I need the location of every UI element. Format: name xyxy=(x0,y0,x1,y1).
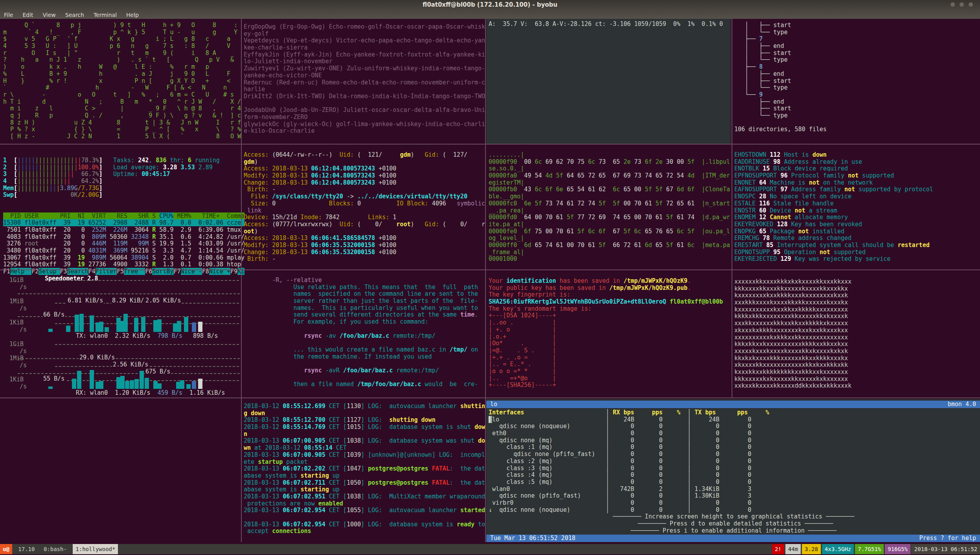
menu-terminal[interactable]: Terminal xyxy=(94,12,117,18)
pane-divider xyxy=(0,144,980,145)
desktop: fl0at0xff@bl00b (172.16.20.100) - byobu … xyxy=(0,0,980,555)
status-badge-ubuntu[interactable]: u@ xyxy=(0,544,12,554)
bmon-selected-interface: lo xyxy=(490,401,497,408)
speedometer-axis-label: 1GiB xyxy=(9,277,24,284)
pane-stat[interactable]: Access: (0644/-rw-r--r--) Uid: ( 121/ gd… xyxy=(244,152,484,263)
speedometer-title: Speedometer 2.8 xyxy=(44,275,99,282)
speedometer-rx-summary: RX: wlan0 1.20 KiB/s 459 B/s 1.16 KiB/s xyxy=(76,390,225,397)
status-badge-teal: 4x3.5GHz xyxy=(822,544,854,554)
window-maximize-icon[interactable] xyxy=(960,2,964,7)
rsync-man-text: -R, --relative Use relative paths. This … xyxy=(244,277,484,388)
status-badge-red: 2! xyxy=(772,544,784,554)
speedometer-axis-label: /s xyxy=(19,348,28,355)
menu-view[interactable]: View xyxy=(43,12,56,18)
bmon-help-hint: Press ? for help xyxy=(919,535,976,542)
pane-hexdump[interactable]: .........|00000f90 00 6c 69 62 70 75 6c … xyxy=(489,152,730,263)
byobu-status-bar: u@ 17.10 0:bash- 1:hollywood* 2!44m3.284… xyxy=(0,544,980,554)
speedometer-tx-summary: TX: wlan0 2.32 KiB/s 798 B/s 898 B/s xyxy=(76,333,218,340)
speedometer-peak-value: 2.56 KiB/s xyxy=(112,361,149,368)
window-controls xyxy=(951,2,973,7)
tmux-window-active[interactable]: 1:hollywood* xyxy=(73,544,118,554)
status-badge-purple: 916G5% xyxy=(885,544,910,554)
speedometer-peak-value: 2.05 KiB/s xyxy=(145,297,182,304)
pane-av-stats[interactable]: A: 35.7 V: 63.8 A-V:-28.126 ct: -3.106 1… xyxy=(486,19,731,144)
pane-speedometer[interactable]: Speedometer 2.8 1GiB/s1MiB/s1KiB/s6.81 K… xyxy=(0,270,241,397)
bmon-version: bmon 4.0 xyxy=(948,401,976,408)
av-stats-line: A: 35.7 V: 63.8 A-V:-28.126 ct: -3.106 1… xyxy=(486,19,731,30)
postgres-log-text: 2018-03-12 08:55:12.699 CET [1130] LOG: … xyxy=(244,403,484,535)
menu-help[interactable]: Help xyxy=(126,12,139,18)
bmon-status-bar: Tue Mar 13 06:51:52 2018 Press ? for hel… xyxy=(486,535,980,542)
tmux-window-item[interactable]: 17.10 xyxy=(12,544,41,554)
kx-text: xxxxxxkkxxxxkkkxkxkxxxxkkxxxkkxxxkkkxxxx… xyxy=(734,278,978,390)
status-left: u@ 17.10 0:bash- 1:hollywood* xyxy=(0,544,118,554)
speedometer-peak-value: 8.29 KiB/s xyxy=(111,297,148,304)
hexdump-text: .........|00000f90 00 6c 69 62 70 75 6c … xyxy=(489,152,730,263)
pane-tree[interactable]: │ ├── start │ └── type ├── 7 │ ├── end │… xyxy=(734,22,978,133)
status-badge-green: 7.7G51% xyxy=(855,544,884,554)
menu-bar: File Edit View Search Terminal Help xyxy=(4,12,139,18)
speedometer-axis-label: 1KiB xyxy=(9,376,24,383)
matrix-text: Q ` 8 p j ) 9 t H h + 9 O 8 :m ` 4 ! _ ,… xyxy=(3,22,239,140)
pane-divider xyxy=(0,397,980,398)
window-close-icon[interactable] xyxy=(969,2,973,7)
window-minimize-icon[interactable] xyxy=(951,2,955,7)
errno-text: EHOSTDOWN 112 Host is downEADDRINUSE 98 … xyxy=(734,152,978,263)
bmon-header-bar: lo bmon 4.0 xyxy=(486,401,980,408)
pane-errno[interactable]: EHOSTDOWN 112 Host is downEADDRINUSE 98 … xyxy=(734,152,978,263)
pane-divider xyxy=(485,19,486,542)
htop-text: 1 [||||||||||||||||||78.3%] Tasks: 242, … xyxy=(3,157,241,275)
status-right: 2!44m3.284x3.5GHz7.7G51%916G5%2018-03-13… xyxy=(771,544,980,554)
speedometer-peak-value: 55 B/s xyxy=(42,375,65,383)
speedometer-axis-label: 1KiB xyxy=(9,319,24,326)
ssh-keygen-text: Your identification has been saved in /t… xyxy=(489,278,730,389)
pane-rsync-man[interactable]: -R, --relative Use relative paths. This … xyxy=(244,277,484,388)
speedometer-axis-label: /s xyxy=(19,326,28,333)
tree-text: │ ├── start │ └── type ├── 7 │ ├── end │… xyxy=(734,22,978,133)
window-title: fl0at0xff@bl00b (172.16.20.100) - byobu xyxy=(0,1,980,8)
pane-matrix[interactable]: Q ` 8 p j ) 9 t H h + 9 O 8 :m ` 4 ! _ ,… xyxy=(3,22,239,140)
phonetic-text: ErgOopOwg (Erg-Oop-Owg) Echo-romeo-golf-… xyxy=(244,24,484,135)
status-badge-yellow: 3.28 xyxy=(802,544,821,554)
pane-divider xyxy=(241,19,242,542)
status-badge-light: 44m xyxy=(785,544,801,554)
pane-divider xyxy=(732,19,732,397)
menu-search[interactable]: Search xyxy=(65,12,84,18)
status-badge-date: 2018-03-13 06:51:52 xyxy=(912,544,980,554)
pane-kx[interactable]: xxxxxxkkxxxxkkkxkxkxxxxkkxxxkkxxxkkkxxxx… xyxy=(734,278,978,390)
pane-divider xyxy=(0,269,980,270)
speedometer-peak-value: 66 B/s xyxy=(42,311,65,319)
stat-text: Access: (0644/-rw-r--r--) Uid: ( 121/ gd… xyxy=(244,152,484,263)
bmon-table: Interfaces │ RX bps pps % │ TX bps pps %… xyxy=(489,409,854,534)
menu-edit[interactable]: Edit xyxy=(22,12,33,18)
window-titlebar: fl0at0xff@bl00b (172.16.20.100) - byobu … xyxy=(0,0,980,19)
speedometer-axis-label: 1MiB xyxy=(9,298,24,305)
menu-file[interactable]: File xyxy=(4,12,13,18)
speedometer-axis-label: /s xyxy=(19,383,28,390)
bmon-clock: Tue Mar 13 06:51:52 2018 xyxy=(490,535,575,542)
terminal: A: 35.7 V: 63.8 A-V:-28.126 ct: -3.106 1… xyxy=(0,19,980,545)
speedometer-axis-label: /s xyxy=(19,362,28,369)
speedometer-peak-value: 29.0 KiB/s xyxy=(79,354,116,361)
pane-empty[interactable] xyxy=(0,398,241,542)
speedometer-axis-label: 1GiB xyxy=(9,341,24,348)
pane-phonetic[interactable]: ErgOopOwg (Erg-Oop-Owg) Echo-romeo-golf-… xyxy=(244,24,484,135)
pane-postgres-log[interactable]: 2018-03-12 08:55:12.699 CET [1130] LOG: … xyxy=(244,403,484,535)
pane-ssh-keygen[interactable]: Your identification has been saved in /t… xyxy=(489,278,730,389)
speedometer-peak-value: 6.81 KiB/s xyxy=(67,297,104,304)
pane-bmon[interactable]: lo bmon 4.0 Interfaces │ RX bps pps % │ … xyxy=(486,399,980,542)
speedometer-axis-label: /s xyxy=(19,305,28,312)
tmux-window-item[interactable]: 0:bash- xyxy=(41,544,73,554)
speedometer-axis-label: /s xyxy=(19,284,28,291)
speedometer-peak-value: 675 B/s xyxy=(145,368,171,375)
pane-htop[interactable]: 1 [||||||||||||||||||78.3%] Tasks: 242, … xyxy=(3,157,241,275)
